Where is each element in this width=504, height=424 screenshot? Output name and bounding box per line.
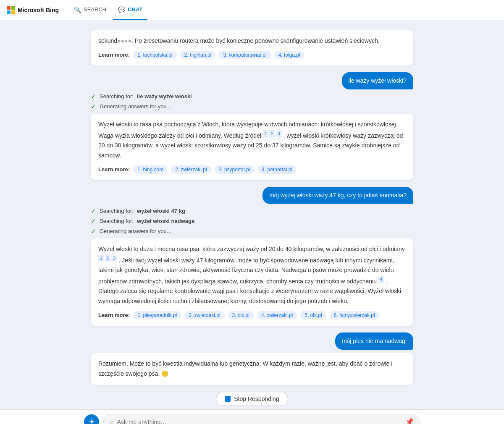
ai-block-2: ✓ Searching for: wyżeł włoski 47 kg ✓ Se… — [91, 207, 413, 326]
status-label-2a: Searching for: — [100, 208, 134, 214]
ai-text-2a: Wyżeł włoski to duża i mocna rasa psa, k… — [98, 246, 405, 252]
status-search-2b: ✓ Searching for: wyżeł włoski nadwaga — [91, 217, 413, 225]
nav-tabs: 🔍 SEARCH 💬 CHAT — [69, 0, 147, 20]
partial-text-before: sekund — [98, 37, 117, 44]
source-link-1c[interactable]: 3. komputerswiat.pl — [219, 51, 270, 59]
svg-rect-1 — [11, 6, 15, 10]
source-link-3f[interactable]: 6. fajnyzwierzak.pl — [330, 311, 379, 319]
chat-input[interactable] — [117, 414, 402, 424]
source-link-2b[interactable]: 2. zwierzaki.pl — [171, 165, 211, 174]
status-keyword-2b: wyżeł włoski nadwaga — [137, 218, 194, 224]
svg-rect-3 — [11, 10, 15, 14]
bing-logo-icon — [7, 6, 15, 14]
status-keyword-1a: ile waży wyżeł włoski — [137, 93, 192, 99]
status-gen-2: ✓ Generating answers for you… — [91, 228, 413, 235]
ai-text-2b: . Jeśli twój wyżeł włoski waży 47 kilogr… — [98, 256, 394, 284]
learn-more-label-1: Learn more: — [98, 50, 130, 60]
check-icon-2b: ✓ — [91, 217, 96, 225]
user-bubble-2: mój wyżej włoski waży 47 kg, czy to jaka… — [262, 187, 413, 204]
partial-ai-message: sekund●●●●. Po zresetowaniu routera może… — [91, 30, 413, 65]
avatar-icon: ✦ — [89, 417, 95, 424]
ref-badge-2-1[interactable]: 1 — [98, 254, 104, 262]
status-label-1a: Searching for: — [100, 93, 134, 99]
check-icon-1b: ✓ — [91, 103, 96, 110]
stop-label: Stop Responding — [234, 395, 279, 402]
source-link-2c[interactable]: 3. psyportal.pl — [215, 165, 255, 174]
pin-icon[interactable]: 📌 — [405, 418, 414, 424]
search-nav-icon: 🔍 — [74, 6, 81, 13]
learn-more-bar-1: Learn more: 1. techpolska.pl 2. highlab.… — [98, 50, 406, 60]
logo-area: Microsoft Bing — [7, 6, 59, 14]
learn-more-label-3: Learn more: — [98, 311, 130, 320]
partial-text-after: . Po zresetowaniu routera może być konie… — [131, 37, 380, 44]
check-icon-1a: ✓ — [91, 93, 96, 100]
status-keyword-2a: wyżeł włoski 47 kg — [137, 208, 185, 214]
header: Microsoft Bing 🔍 SEARCH 💬 CHAT — [0, 0, 504, 20]
avatar-button[interactable]: ✦ — [84, 414, 99, 424]
logo-text: Microsoft Bing — [18, 7, 59, 13]
input-area: ✦ ○ 📌 0/2000 — [0, 409, 504, 424]
ref-badge-2-2[interactable]: 2 — [105, 254, 111, 262]
ref-badge-3[interactable]: 3 — [276, 130, 282, 138]
source-link-3d[interactable]: 4. zwierzaki.pl — [257, 311, 297, 319]
refs-2: 1 2 3 — [98, 254, 117, 262]
source-link-3a[interactable]: 1. piesporadnik.pl — [133, 311, 181, 319]
ai-text-3: Rozumiem. Może to być kwestia indywidual… — [98, 360, 392, 377]
source-link-2a[interactable]: 1. bing.com — [133, 165, 168, 174]
status-search-2a: ✓ Searching for: wyżeł włoski 47 kg — [91, 207, 413, 215]
ref-badge-2[interactable]: 2 — [269, 130, 275, 138]
messages-area: sekund●●●●. Po zresetowaniu routera może… — [84, 27, 420, 409]
user-message-1: ile waży wyżeł włoski? — [91, 72, 413, 89]
user-bubble-1: ile waży wyżeł włoski? — [342, 72, 413, 89]
chat-nav-icon: 💬 — [118, 6, 125, 13]
user-bubble-3: mój pies nie ma nadwagi — [335, 332, 413, 350]
tab-search[interactable]: 🔍 SEARCH — [69, 0, 111, 20]
source-link-1a[interactable]: 1. techpolska.pl — [133, 51, 176, 59]
user-message-3: mój pies nie ma nadwagi — [91, 332, 413, 350]
status-label-1b: Generating answers for you… — [100, 103, 172, 110]
input-wrapper: ○ 📌 — [103, 414, 420, 424]
status-label-2c: Generating answers for you… — [100, 228, 172, 234]
ref-badge-2-4[interactable]: 4 — [378, 275, 384, 283]
ai-response-card-3: Rozumiem. Może to być kwestia indywidual… — [91, 353, 413, 385]
ref-badge-1[interactable]: 1 — [263, 130, 269, 138]
status-gen-1: ✓ Generating answers for you… — [91, 103, 413, 110]
source-link-3b[interactable]: 2. zwierzaki.pl — [184, 311, 224, 319]
ref-badge-2-3[interactable]: 3 — [111, 254, 117, 262]
tab-chat[interactable]: 💬 CHAT — [113, 0, 147, 20]
ai-response-card-1: Wyżeł włoski to rasa psa pochodząca z Wł… — [91, 114, 413, 180]
source-link-3e[interactable]: 5. olx.pl — [300, 311, 326, 319]
source-link-2d[interactable]: 4. petportal.pl — [257, 165, 297, 174]
svg-rect-2 — [7, 10, 10, 14]
status-search-1a: ✓ Searching for: ile waży wyżeł włoski — [91, 93, 413, 100]
stop-icon — [225, 396, 231, 402]
stop-responding-area: Stop Responding — [91, 392, 413, 406]
chat-container: sekund●●●●. Po zresetowaniu routera może… — [0, 20, 504, 424]
user-message-2: mój wyżej włoski waży 47 kg, czy to jaka… — [91, 187, 413, 204]
input-icon: ○ — [110, 418, 114, 424]
learn-more-label-2: Learn more: — [98, 165, 130, 174]
refs-1: 1 2 3 — [263, 130, 282, 138]
learn-more-bar-2: Learn more: 1. bing.com 2. zwierzaki.pl … — [98, 165, 406, 174]
source-link-1b[interactable]: 2. highlab.pl — [180, 51, 216, 59]
svg-rect-0 — [7, 6, 10, 10]
stop-responding-button[interactable]: Stop Responding — [216, 392, 288, 406]
refs-2b: 4 — [378, 275, 384, 283]
input-row: ✦ ○ 📌 — [84, 414, 420, 424]
source-link-1d[interactable]: 4. folga.pl — [274, 51, 304, 59]
ai-response-card-2: Wyżeł włoski to duża i mocna rasa psa, k… — [91, 238, 413, 326]
learn-more-bar-3: Learn more: 1. piesporadnik.pl 2. zwierz… — [98, 311, 406, 320]
check-icon-2c: ✓ — [91, 228, 96, 235]
check-icon-2a: ✓ — [91, 207, 96, 215]
source-link-3c[interactable]: 3. olx.pl — [228, 311, 254, 319]
ai-block-1: ✓ Searching for: ile waży wyżeł włoski ✓… — [91, 93, 413, 180]
status-label-2b: Searching for: — [100, 218, 134, 224]
